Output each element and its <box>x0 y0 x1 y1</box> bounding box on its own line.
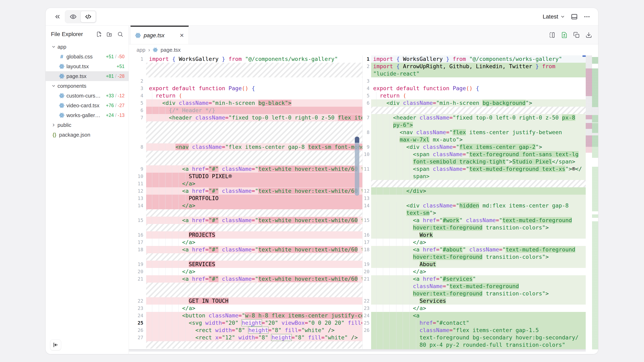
code-row: 25href="#contact"href="#contact" <box>362 319 586 327</box>
code-row: 3 <box>362 77 586 85</box>
code-row: 9<a href="#" className="text-white hover… <box>129 165 362 173</box>
code-row: 5return (return ( <box>362 92 586 99</box>
code-row: className="text-muted-foregroundclassNam… <box>362 283 586 290</box>
diff-spacer-row <box>129 253 362 261</box>
diff-overview-ruler[interactable] <box>586 55 598 354</box>
ruler-block <box>592 57 598 64</box>
tree-file-globals-css[interactable]: #globals.css+51 / -50 <box>46 52 128 61</box>
tree-file-page-tsx[interactable]: page.tsx+81 / -28 <box>46 71 128 81</box>
diff-spacer-row <box>129 341 362 349</box>
tree-file-custom-curs-[interactable]: custom-curs…+33 / -12 <box>46 91 128 101</box>
tree-file-layout-tsx[interactable]: layout.tsx+51 <box>46 61 128 71</box>
line-number: 19 <box>362 261 371 268</box>
line-number: 25 <box>362 319 371 327</box>
line-number: 26 <box>129 327 146 334</box>
copy-icon[interactable] <box>573 32 580 38</box>
diff-pane-new[interactable]: 1import { WorksGallery } from "@/compone… <box>362 55 586 349</box>
file-diff-icon[interactable] <box>561 32 568 38</box>
css-icon: # <box>60 53 63 60</box>
code-row: 14<div className="hidden md:flex items-c… <box>362 202 586 209</box>
code-row: 12</div></div> <box>362 187 586 195</box>
tree-file-works-galler-[interactable]: works-galler…+24 / -13 <box>46 110 128 120</box>
tree-folder-components[interactable]: components <box>46 81 128 91</box>
chevron-down-icon <box>51 84 56 88</box>
diff-stats: +81 / -28 <box>106 73 124 79</box>
line-number: 11 <box>362 165 371 173</box>
tab-actions <box>549 26 592 44</box>
version-dropdown[interactable]: Latest <box>543 13 565 20</box>
chevron-right-icon <box>51 123 56 127</box>
new-file-icon[interactable] <box>96 31 102 37</box>
code-row: 19SERVICESSERVICES <box>129 261 362 268</box>
line-number: 9 <box>129 165 146 173</box>
code-row: span>span> <box>362 173 586 180</box>
diff-editor: 1import { WorksGallery } from "@/compone… <box>129 55 598 354</box>
line-number: 26 <box>362 327 371 334</box>
line-number: 14 <box>129 202 146 209</box>
eye-icon <box>70 13 77 20</box>
line-number: 18 <box>362 246 371 253</box>
tree-file-package-json[interactable]: {}package.json <box>46 130 128 140</box>
react-icon <box>59 103 64 108</box>
close-icon[interactable]: ✕ <box>180 32 184 39</box>
breadcrumb-app[interactable]: app <box>136 47 145 53</box>
line-number: 15 <box>362 217 371 224</box>
line-number: 22 <box>362 297 371 305</box>
tree-folder-public[interactable]: public <box>46 120 128 130</box>
ellipsis-icon[interactable] <box>584 13 590 20</box>
preview-toggle-button[interactable] <box>66 11 80 22</box>
file-explorer-sidebar: File Explorer app#globals.css+51 / -50la… <box>46 26 129 354</box>
code-row: 10<span className="text-foreground font-… <box>362 151 586 158</box>
line-number: 1 <box>129 55 146 63</box>
tree-folder-app[interactable]: app <box>46 42 128 52</box>
sidebar-collapse-button[interactable] <box>50 340 61 351</box>
line-number: 13 <box>129 195 146 202</box>
ruler-block <box>592 221 598 349</box>
line-number: 24 <box>362 312 371 319</box>
search-icon[interactable] <box>117 31 123 37</box>
code-icon <box>85 13 92 20</box>
line-number: 18 <box>129 246 146 253</box>
code-row: 9<div className="flex items-center gap-2… <box>362 143 586 151</box>
code-row: 22GET IN TOUCHGET IN TOUCH <box>129 297 362 305</box>
file-explorer-title: File Explorer <box>51 31 83 37</box>
chevrons-left-icon[interactable] <box>53 12 62 21</box>
tree-file-video-card-tsx[interactable]: video-card.tsx+76 / -27 <box>46 101 128 110</box>
tab-page-tsx[interactable]: page.tsx ✕ <box>130 26 189 44</box>
code-row: 11</a></a> <box>129 180 362 187</box>
panel-bottom-icon[interactable] <box>571 13 578 20</box>
diff-pane-old[interactable]: 1import { WorksGallery } from "@/compone… <box>129 55 362 349</box>
line-number <box>362 209 371 217</box>
line-number: 8 <box>362 129 371 136</box>
code-row: 24<a<a <box>362 312 586 319</box>
code-row: 15<a href="#" className="text-white hove… <box>129 217 362 224</box>
vertical-scrollbar[interactable] <box>355 137 359 196</box>
download-icon[interactable] <box>586 32 592 38</box>
line-number <box>362 341 371 349</box>
code-row: 1import { WorksGallery } from "@/compone… <box>129 55 362 63</box>
code-row: 4export default function Page() {export … <box>362 85 586 92</box>
braces-icon: {} <box>52 132 56 138</box>
line-number: 23 <box>129 305 146 312</box>
line-number: 11 <box>129 180 146 187</box>
diff-spacer-row <box>129 63 362 77</box>
code-row: 17</a></a> <box>129 239 362 246</box>
new-folder-icon[interactable] <box>106 31 113 37</box>
code-row: "lucide-react""lucide-react" <box>362 70 586 77</box>
line-number <box>362 224 371 231</box>
split-diff-icon[interactable] <box>549 32 555 38</box>
view-toggle <box>65 10 96 23</box>
code-row: 13PORTFOLIOPORTFOLIO <box>129 195 362 202</box>
code-row: 20</a></a> <box>129 268 362 275</box>
line-number: 2 <box>362 63 371 70</box>
chevron-down-icon <box>51 44 56 49</box>
line-number: 17 <box>362 239 371 246</box>
code-row: 2import { ArrowUpRight, Github, Linkedin… <box>362 63 586 70</box>
code-toggle-button[interactable] <box>80 11 96 22</box>
code-row: 2 <box>129 77 362 85</box>
line-number: 3 <box>362 77 371 85</box>
breadcrumb: app › page.tsx <box>129 44 598 55</box>
code-row: max-w-7xl mx-auto">max-w-7xl mx-auto"> <box>362 136 586 143</box>
horizontal-scrollbar[interactable] <box>129 349 586 352</box>
react-icon <box>59 113 64 118</box>
